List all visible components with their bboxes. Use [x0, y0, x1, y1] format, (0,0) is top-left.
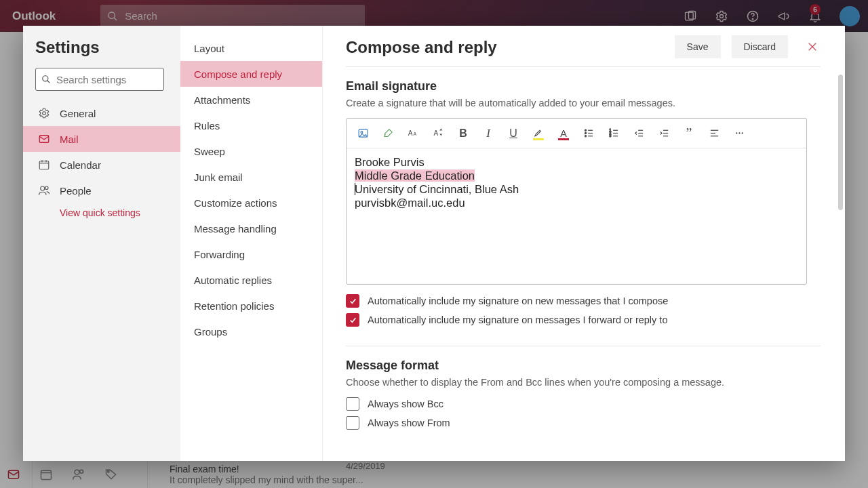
calendar-icon	[38, 159, 50, 171]
always-show-bcc-label: Always show Bcc	[368, 399, 443, 409]
check-icon	[349, 316, 357, 325]
highlight-icon[interactable]	[526, 121, 551, 146]
category-list: General Mail Calendar People	[35, 100, 174, 203]
font-size-icon[interactable]: A	[426, 121, 450, 146]
signature-textarea[interactable]: Brooke Purvis Middle Grade Education Uni…	[347, 148, 806, 284]
svg-point-22	[45, 186, 49, 190]
always-show-from-label: Always show From	[368, 418, 450, 428]
category-label: People	[60, 185, 92, 197]
signature-line1: Brooke Purvis	[355, 155, 798, 169]
subnav-forwarding[interactable]: Forwarding	[180, 241, 322, 267]
underline-icon[interactable]: U	[501, 121, 526, 146]
category-calendar[interactable]: Calendar	[23, 152, 180, 178]
signature-line2: Middle Grade Education	[355, 169, 475, 182]
svg-point-21	[41, 186, 45, 190]
message-format-heading: Message format	[346, 359, 821, 373]
category-label: Calendar	[60, 159, 101, 171]
always-show-bcc-checkbox[interactable]	[346, 397, 359, 411]
svg-point-32	[585, 136, 586, 137]
include-sig-new-checkbox[interactable]	[346, 294, 359, 308]
font-color-icon[interactable]: A	[551, 121, 576, 146]
top-actions: Save Discard	[675, 35, 826, 58]
italic-icon[interactable]: I	[476, 121, 500, 146]
subnav-list: Layout Compose and reply Attachments Rul…	[180, 35, 322, 344]
include-sig-reply-checkbox[interactable]	[346, 313, 359, 327]
view-quick-settings-link[interactable]: View quick settings	[35, 207, 174, 218]
format-painter-icon[interactable]	[376, 121, 400, 146]
numbering-icon[interactable]: 123	[601, 121, 626, 146]
subnav-groups[interactable]: Groups	[180, 319, 322, 344]
people-icon	[38, 184, 50, 197]
svg-text:A: A	[408, 129, 412, 137]
svg-point-26	[360, 131, 362, 134]
include-sig-new-label: Automatically include my signature on ne…	[368, 296, 668, 306]
subnav-rules[interactable]: Rules	[180, 113, 322, 138]
signature-line3: University of Cincinnati, Blue Ash	[355, 183, 519, 195]
font-case-icon[interactable]: AA	[401, 121, 425, 146]
indent-icon[interactable]	[652, 121, 676, 146]
always-show-bcc-row: Always show Bcc	[346, 397, 821, 411]
close-button[interactable]	[799, 35, 826, 58]
svg-point-53	[741, 132, 743, 134]
subnav-layout[interactable]: Layout	[180, 35, 322, 61]
svg-line-14	[47, 81, 50, 83]
svg-text:A: A	[433, 129, 438, 137]
subnav-retention-policies[interactable]: Retention policies	[180, 293, 322, 319]
include-sig-reply-label: Automatically include my signature on me…	[368, 314, 667, 325]
signature-toolbar: AA A B I U A 123 ”	[347, 119, 806, 148]
mail-icon	[38, 133, 50, 145]
bold-icon[interactable]: B	[451, 121, 475, 146]
settings-title: Settings	[35, 38, 174, 57]
image-icon[interactable]	[351, 121, 375, 146]
always-show-from-checkbox[interactable]	[346, 416, 359, 430]
subnav-junk-email[interactable]: Junk email	[180, 164, 322, 190]
settings-content-panel: Compose and reply Save Discard Email sig…	[323, 26, 845, 461]
subnav-sweep[interactable]: Sweep	[180, 138, 322, 164]
svg-point-31	[585, 132, 586, 134]
category-label: General	[60, 108, 96, 119]
message-format-desc: Choose whether to display the From and B…	[346, 377, 821, 388]
svg-point-52	[738, 132, 740, 134]
subnav-message-handling[interactable]: Message handling	[180, 216, 322, 241]
svg-text:A: A	[413, 131, 416, 136]
svg-point-30	[585, 129, 586, 131]
scrollbar[interactable]	[838, 75, 843, 210]
bullets-icon[interactable]	[576, 121, 601, 146]
settings-categories-panel: Settings General Mail Calendar People	[23, 26, 180, 461]
category-general[interactable]: General	[23, 100, 180, 126]
include-sig-reply-row: Automatically include my signature on me…	[346, 313, 821, 327]
search-settings-input[interactable]	[56, 74, 158, 85]
search-icon	[41, 74, 51, 85]
always-show-from-row: Always show From	[346, 416, 821, 430]
discard-button[interactable]: Discard	[732, 35, 788, 58]
settings-subnav-panel: Layout Compose and reply Attachments Rul…	[180, 26, 323, 461]
signature-editor: AA A B I U A 123 ” Brooke Purvis Middle …	[346, 118, 807, 285]
category-label: Mail	[60, 134, 79, 145]
signature-line4: purvisbk@mail.uc.edu	[355, 196, 798, 209]
category-mail[interactable]: Mail	[23, 126, 180, 152]
settings-modal: Settings General Mail Calendar People	[23, 26, 845, 461]
svg-point-13	[43, 76, 48, 81]
divider	[346, 66, 821, 67]
subnav-attachments[interactable]: Attachments	[180, 87, 322, 113]
check-icon	[349, 297, 357, 306]
gear-icon	[38, 107, 50, 119]
svg-point-51	[736, 132, 737, 134]
category-people[interactable]: People	[23, 178, 180, 203]
include-sig-new-row: Automatically include my signature on ne…	[346, 294, 821, 308]
close-icon	[806, 41, 818, 53]
svg-text:3: 3	[609, 134, 611, 138]
email-signature-desc: Create a signature that will be automati…	[346, 98, 821, 108]
subnav-automatic-replies[interactable]: Automatic replies	[180, 267, 322, 293]
more-icon[interactable]	[727, 121, 751, 146]
quote-icon[interactable]: ”	[677, 121, 701, 146]
outdent-icon[interactable]	[627, 121, 651, 146]
subnav-customize-actions[interactable]: Customize actions	[180, 190, 322, 216]
divider	[346, 346, 821, 346]
svg-rect-17	[39, 161, 49, 169]
svg-point-15	[43, 112, 46, 115]
save-button[interactable]: Save	[675, 35, 721, 58]
align-icon[interactable]	[702, 121, 726, 146]
search-settings[interactable]	[35, 68, 164, 91]
subnav-compose-reply[interactable]: Compose and reply	[180, 61, 322, 87]
